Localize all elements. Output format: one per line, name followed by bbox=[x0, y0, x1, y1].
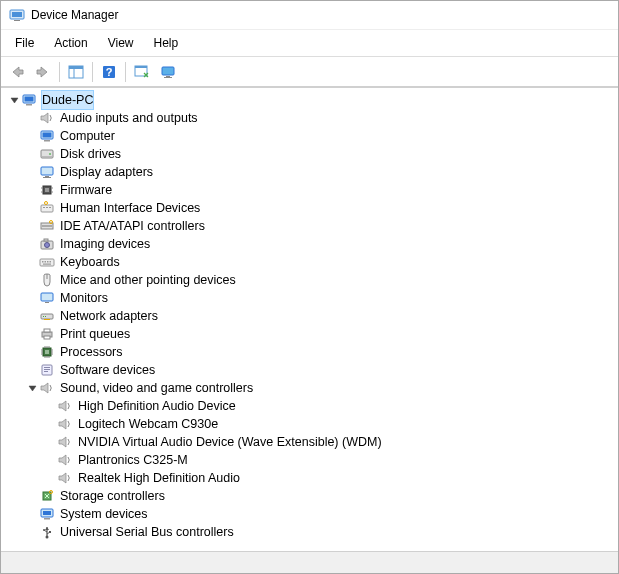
tree-children: Audio inputs and outputsComputerDisk dri… bbox=[1, 109, 618, 541]
tree-node-label: Realtek High Definition Audio bbox=[77, 469, 241, 487]
tree-node-label: Display adapters bbox=[59, 163, 154, 181]
chevron-down-icon[interactable] bbox=[25, 381, 39, 395]
tree-node[interactable]: Realtek High Definition Audio bbox=[1, 469, 618, 487]
tree-node[interactable]: Storage controllers bbox=[1, 487, 618, 505]
tree-node[interactable]: Imaging devices bbox=[1, 235, 618, 253]
hid-icon bbox=[39, 200, 55, 216]
menu-action[interactable]: Action bbox=[44, 32, 97, 54]
printer-icon bbox=[39, 326, 55, 342]
tree-node[interactable]: Sound, video and game controllers bbox=[1, 379, 618, 397]
storage-icon bbox=[39, 488, 55, 504]
speaker-icon bbox=[57, 434, 73, 450]
display-icon bbox=[39, 164, 55, 180]
scan-button[interactable] bbox=[130, 60, 154, 84]
tree-view[interactable]: Dude-PCAudio inputs and outputsComputerD… bbox=[1, 88, 618, 551]
tree-node[interactable]: Mice and other pointing devices bbox=[1, 271, 618, 289]
tree-node-label: System devices bbox=[59, 505, 149, 523]
tree-node-label: Keyboards bbox=[59, 253, 121, 271]
tree-node-label: Human Interface Devices bbox=[59, 199, 201, 217]
tree-node-label: Mice and other pointing devices bbox=[59, 271, 237, 289]
svg-text:?: ? bbox=[106, 66, 113, 78]
tree-node-label: Computer bbox=[59, 127, 116, 145]
menu-help[interactable]: Help bbox=[144, 32, 189, 54]
computer-icon bbox=[21, 92, 37, 108]
tree-node-label: Print queues bbox=[59, 325, 131, 343]
window-title: Device Manager bbox=[31, 8, 118, 22]
ide-icon bbox=[39, 218, 55, 234]
tree-node[interactable]: IDE ATA/ATAPI controllers bbox=[1, 217, 618, 235]
monitor-icon bbox=[39, 290, 55, 306]
computer-icon bbox=[39, 128, 55, 144]
tree-node-label: Software devices bbox=[59, 361, 156, 379]
tree-node[interactable]: Network adapters bbox=[1, 307, 618, 325]
tree-node[interactable]: Dude-PC bbox=[1, 91, 618, 109]
speaker-icon bbox=[39, 380, 55, 396]
tree-node-label: Plantronics C325-M bbox=[77, 451, 189, 469]
forward-button[interactable] bbox=[31, 60, 55, 84]
camera-icon bbox=[39, 236, 55, 252]
monitor-button[interactable] bbox=[156, 60, 180, 84]
toolbar-separator bbox=[125, 62, 126, 82]
tree-node[interactable]: Keyboards bbox=[1, 253, 618, 271]
tree-node-label: Universal Serial Bus controllers bbox=[59, 523, 235, 541]
tree-node[interactable]: Universal Serial Bus controllers bbox=[1, 523, 618, 541]
tree-node-label: High Definition Audio Device bbox=[77, 397, 237, 415]
tree-node-label: Storage controllers bbox=[59, 487, 166, 505]
toolbar: ? bbox=[1, 57, 618, 87]
tree-node-label: Monitors bbox=[59, 289, 109, 307]
svg-rect-1 bbox=[12, 12, 22, 17]
help-button[interactable]: ? bbox=[97, 60, 121, 84]
tree-node[interactable]: Software devices bbox=[1, 361, 618, 379]
network-icon bbox=[39, 308, 55, 324]
toolbar-separator bbox=[59, 62, 60, 82]
keyboard-icon bbox=[39, 254, 55, 270]
tree-node-label: Imaging devices bbox=[59, 235, 151, 253]
tree-node-label: Network adapters bbox=[59, 307, 159, 325]
chevron-down-icon[interactable] bbox=[7, 93, 21, 107]
tree-node-label: NVIDIA Virtual Audio Device (Wave Extens… bbox=[77, 433, 383, 451]
mouse-icon bbox=[39, 272, 55, 288]
tree-node[interactable]: Audio inputs and outputs bbox=[1, 109, 618, 127]
menu-file[interactable]: File bbox=[5, 32, 44, 54]
svg-rect-4 bbox=[69, 66, 83, 69]
system-icon bbox=[39, 506, 55, 522]
tree-node[interactable]: Computer bbox=[1, 127, 618, 145]
svg-rect-10 bbox=[162, 67, 174, 75]
back-button[interactable] bbox=[5, 60, 29, 84]
show-hide-button[interactable] bbox=[64, 60, 88, 84]
tree-children: High Definition Audio DeviceLogitech Web… bbox=[1, 397, 618, 487]
tree-node[interactable]: Logitech Webcam C930e bbox=[1, 415, 618, 433]
titlebar: Device Manager bbox=[1, 1, 618, 30]
tree-node-label: IDE ATA/ATAPI controllers bbox=[59, 217, 206, 235]
tree-node[interactable]: NVIDIA Virtual Audio Device (Wave Extens… bbox=[1, 433, 618, 451]
tree-node[interactable]: System devices bbox=[1, 505, 618, 523]
speaker-icon bbox=[57, 470, 73, 486]
speaker-icon bbox=[57, 416, 73, 432]
tree-node[interactable]: Disk drives bbox=[1, 145, 618, 163]
svg-rect-12 bbox=[164, 77, 172, 78]
usb-icon bbox=[39, 524, 55, 540]
tree-node[interactable]: High Definition Audio Device bbox=[1, 397, 618, 415]
tree-node-label: Audio inputs and outputs bbox=[59, 109, 199, 127]
statusbar bbox=[1, 551, 618, 573]
tree-node[interactable]: Monitors bbox=[1, 289, 618, 307]
app-icon bbox=[9, 7, 25, 23]
tree-node-label: Sound, video and game controllers bbox=[59, 379, 254, 397]
tree-node-label: Dude-PC bbox=[41, 90, 94, 110]
svg-rect-11 bbox=[166, 76, 170, 77]
menubar: File Action View Help bbox=[1, 30, 618, 57]
tree-node[interactable]: Plantronics C325-M bbox=[1, 451, 618, 469]
tree-node[interactable]: Processors bbox=[1, 343, 618, 361]
software-icon bbox=[39, 362, 55, 378]
svg-rect-9 bbox=[135, 66, 147, 68]
speaker-icon bbox=[57, 452, 73, 468]
tree-node[interactable]: Print queues bbox=[1, 325, 618, 343]
chip-icon bbox=[39, 182, 55, 198]
menu-view[interactable]: View bbox=[98, 32, 144, 54]
svg-rect-2 bbox=[14, 20, 20, 21]
toolbar-separator bbox=[92, 62, 93, 82]
tree-node[interactable]: Display adapters bbox=[1, 163, 618, 181]
tree-node[interactable]: Firmware bbox=[1, 181, 618, 199]
tree-node[interactable]: Human Interface Devices bbox=[1, 199, 618, 217]
disk-icon bbox=[39, 146, 55, 162]
